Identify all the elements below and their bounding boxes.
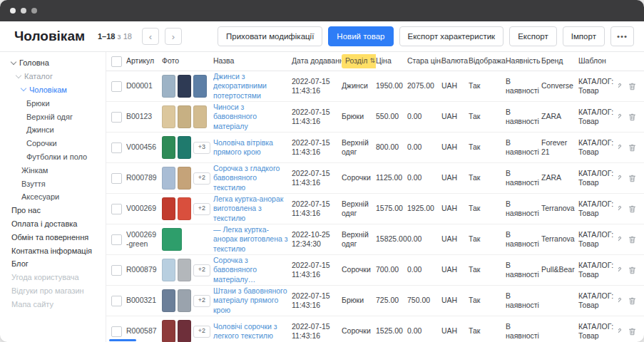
sidebar-item-accessories[interactable]: Аксесуари <box>0 190 106 204</box>
more-photos-badge[interactable]: +3 <box>193 142 210 154</box>
delete-icon[interactable] <box>628 266 637 275</box>
product-name-link[interactable]: Чиноси з бавовняного матеріалу <box>213 103 292 130</box>
product-name-link[interactable]: Сорочка з гладкого бавовняного текстилю <box>213 164 292 192</box>
prev-page-button[interactable]: ‹ <box>142 28 159 45</box>
more-photos-badge[interactable]: +2 <box>193 203 210 215</box>
more-photos-badge[interactable]: +2 <box>193 172 210 185</box>
delete-icon[interactable] <box>628 113 637 122</box>
more-actions-button[interactable]: ••• <box>610 26 634 46</box>
edit-icon[interactable] <box>618 204 623 214</box>
column-header-display[interactable]: Відображати <box>469 56 506 66</box>
sidebar-item-home[interactable]: Головна <box>0 56 106 70</box>
column-header-section[interactable]: Розділ⇅ <box>342 54 376 68</box>
column-header-date[interactable]: Дата додавання <box>292 56 342 66</box>
edit-icon[interactable] <box>618 235 623 244</box>
new-product-button[interactable]: Новий товар <box>328 26 393 46</box>
sidebar-item-men[interactable]: Чоловікам <box>0 83 106 97</box>
delete-icon[interactable] <box>628 82 637 91</box>
row-checkbox[interactable] <box>111 296 122 306</box>
column-header-template[interactable]: Шаблон <box>578 56 618 66</box>
sidebar-item-exchange-return[interactable]: Обмін та повернення <box>0 230 106 244</box>
sidebar-item-about[interactable]: Про нас <box>0 204 106 217</box>
product-thumbnail[interactable] <box>162 197 175 220</box>
product-name-link[interactable]: Сорочка з бавовняного матеріалу притален… <box>213 256 292 284</box>
product-thumbnail[interactable] <box>162 136 175 159</box>
delete-icon[interactable] <box>628 204 637 214</box>
more-photos-badge[interactable]: +2 <box>193 264 210 276</box>
column-header-currency[interactable]: Валюта <box>441 56 469 66</box>
more-photos-badge[interactable]: +2 <box>193 326 210 338</box>
sidebar-item-jeans[interactable]: Джинси <box>0 123 106 137</box>
sidebar-item-user-agreement[interactable]: Угода користувача <box>0 271 106 284</box>
delete-icon[interactable] <box>628 296 637 306</box>
edit-icon[interactable] <box>618 266 623 275</box>
sidebar-item-outerwear[interactable]: Верхній одяг <box>0 110 106 123</box>
product-name-link[interactable]: — Легка куртка-анорак виготовлена з текс… <box>213 225 292 253</box>
sidebar-item-store-reviews[interactable]: Відгуки про магазин <box>0 284 106 298</box>
product-thumbnail[interactable] <box>178 259 191 281</box>
product-name-link[interactable]: Чоловічі сорочки з легкого текстилю <box>213 322 292 341</box>
product-name-link[interactable]: Легка куртка-анорак виготовлена з тексти… <box>213 195 292 222</box>
product-thumbnail[interactable] <box>178 105 191 128</box>
product-thumbnail[interactable] <box>178 197 191 220</box>
column-header-price[interactable]: Ціна <box>376 56 407 66</box>
window-control-dot[interactable] <box>31 8 37 14</box>
import-button[interactable]: Імпорт <box>563 26 605 46</box>
column-header-sku[interactable]: Артикул <box>126 56 162 66</box>
delete-icon[interactable] <box>628 235 637 244</box>
product-thumbnail[interactable] <box>178 136 191 159</box>
edit-icon[interactable] <box>618 143 623 152</box>
product-thumbnail[interactable] <box>162 259 175 281</box>
product-thumbnail[interactable] <box>178 75 191 98</box>
product-name-link[interactable]: Штани з бавовняного матеріалу прямого кр… <box>213 286 292 314</box>
sidebar-item-contact-info[interactable]: Контактна інформація <box>0 244 106 257</box>
product-thumbnail[interactable] <box>162 289 175 312</box>
sidebar-item-pants[interactable]: Брюки <box>0 96 106 110</box>
row-checkbox[interactable] <box>111 265 122 276</box>
sidebar-item-catalog[interactable]: Каталог <box>0 70 106 83</box>
column-header-old-price[interactable]: Стара ціна <box>407 56 441 66</box>
row-checkbox[interactable] <box>111 81 122 92</box>
product-thumbnail[interactable] <box>193 75 207 98</box>
row-checkbox[interactable] <box>111 234 122 245</box>
row-checkbox[interactable] <box>111 204 122 214</box>
product-thumbnail[interactable] <box>162 320 175 342</box>
product-name-link[interactable]: Чоловіча вітрівка прямого крою <box>213 138 292 157</box>
product-thumbnail[interactable] <box>162 167 175 190</box>
sidebar-item-women[interactable]: Жінкам <box>0 163 106 177</box>
export-button[interactable]: Експорт <box>509 26 557 46</box>
sort-icon[interactable]: ⇅ <box>369 57 375 65</box>
hide-modifications-button[interactable]: Приховати модифікації <box>218 26 322 46</box>
product-thumbnail[interactable] <box>162 105 175 128</box>
delete-icon[interactable] <box>628 143 637 152</box>
edit-icon[interactable] <box>618 296 623 306</box>
edit-icon[interactable] <box>618 113 623 122</box>
next-page-button[interactable]: › <box>165 28 182 45</box>
row-checkbox[interactable] <box>111 326 122 337</box>
edit-icon[interactable] <box>618 327 623 336</box>
column-header-photo[interactable]: Фото <box>162 56 213 66</box>
window-control-dot[interactable] <box>10 8 16 14</box>
sidebar-item-sitemap[interactable]: Мапа сайту <box>0 297 106 311</box>
export-characteristics-button[interactable]: Експорт характеристик <box>399 26 504 46</box>
sidebar-item-shoes[interactable]: Взуття <box>0 177 106 190</box>
more-photos-badge[interactable]: +2 <box>193 295 210 307</box>
product-thumbnail[interactable] <box>193 105 207 128</box>
sidebar-item-shirts[interactable]: Сорочки <box>0 137 106 150</box>
horizontal-scrollbar[interactable] <box>109 339 136 341</box>
column-header-name[interactable]: Назва <box>213 56 292 66</box>
column-header-brand[interactable]: Бренд <box>541 56 578 66</box>
row-checkbox[interactable] <box>111 112 122 123</box>
sidebar-item-blog[interactable]: Блог <box>0 257 106 271</box>
window-control-dot[interactable] <box>21 8 26 14</box>
sidebar-item-payment-delivery[interactable]: Оплата і доставка <box>0 217 106 231</box>
delete-icon[interactable] <box>628 327 637 336</box>
product-thumbnail[interactable] <box>162 228 182 251</box>
delete-icon[interactable] <box>628 174 637 183</box>
row-checkbox[interactable] <box>111 173 122 184</box>
sidebar-item-tshirts-polo[interactable]: Футболки и поло <box>0 150 106 164</box>
column-header-availability[interactable]: Наявність <box>506 56 541 66</box>
product-thumbnail[interactable] <box>178 289 191 312</box>
product-name-link[interactable]: Джинси з декоративними потертостями <box>213 72 292 100</box>
edit-icon[interactable] <box>618 174 623 183</box>
